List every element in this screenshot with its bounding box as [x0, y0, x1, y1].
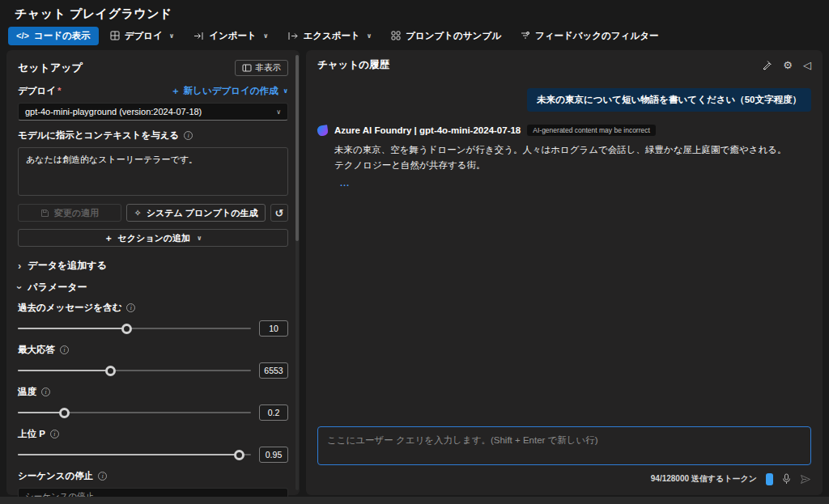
add-section-label: セクションの追加: [117, 232, 190, 244]
microphone-icon[interactable]: [782, 473, 791, 485]
param-value-input[interactable]: [259, 447, 288, 463]
chat-history-title: チャットの履歴: [317, 58, 389, 72]
reset-button[interactable]: ↺: [270, 204, 288, 222]
export-label: エクスポート: [303, 30, 359, 42]
deployment-value: gpt-4o-mini-playground (version:2024-07-…: [25, 107, 202, 116]
chevron-right-icon: ›: [18, 260, 21, 271]
info-icon[interactable]: i: [50, 430, 59, 438]
param-label: 最大応答: [18, 344, 55, 356]
add-section-button[interactable]: ＋ セクションの追加 ∨: [18, 229, 288, 247]
sparkle-icon: ✧: [134, 208, 142, 218]
param-past-messages: 過去のメッセージを含む i: [18, 302, 288, 337]
param-slider[interactable]: [18, 407, 251, 418]
param-slider[interactable]: [18, 323, 251, 334]
generate-prompt-label: システム プロンプトの生成: [147, 207, 258, 219]
token-gauge-icon: [766, 473, 773, 485]
apply-changes-label: 変更の適用: [54, 207, 99, 219]
instructions-label: モデルに指示とコンテキストを与える: [18, 129, 179, 142]
setup-title: セットアップ: [18, 61, 83, 75]
page-title: チャット プレイグラウンド: [15, 6, 172, 22]
clear-chat-icon[interactable]: [762, 60, 772, 70]
send-icon[interactable]: [800, 474, 811, 485]
hide-panel-icon: [242, 64, 252, 72]
setup-scrollbar[interactable]: [295, 55, 299, 490]
prompt-samples-label: プロンプトのサンプル: [406, 30, 501, 42]
slider-thumb[interactable]: [121, 324, 132, 334]
show-code-button[interactable]: </> コードの表示: [8, 27, 99, 45]
export-icon: [287, 32, 298, 40]
new-deployment-label: 新しいデプロイの作成: [184, 85, 278, 97]
slider-thumb[interactable]: [234, 450, 244, 460]
generate-prompt-button[interactable]: ✧ システム プロンプトの生成: [126, 204, 266, 222]
chevron-down-icon: ∨: [367, 32, 372, 40]
assistant-message: 未来の東京、空を舞うドローンが行き交う。人々はホログラムで会話し、緑豊かな屋上庭…: [334, 142, 788, 173]
chevron-down-icon: ∨: [263, 32, 269, 40]
token-count: 94/128000 送信するトークン: [651, 473, 757, 485]
deployment-label: デプロイ*: [18, 85, 62, 97]
speaker-icon[interactable]: ◁: [803, 59, 811, 71]
parameters-section[interactable]: › パラメーター: [18, 281, 288, 294]
feedback-filter-button[interactable]: フィードバックのフィルター: [512, 27, 666, 45]
plus-icon: ＋: [171, 85, 181, 97]
info-icon[interactable]: i: [126, 303, 135, 312]
apply-changes-button[interactable]: 変更の適用: [18, 204, 121, 222]
samples-grid-icon: [391, 31, 401, 40]
system-prompt-textarea[interactable]: [18, 147, 288, 196]
parameters-label: パラメーター: [28, 281, 87, 294]
info-icon[interactable]: i: [184, 131, 193, 140]
param-max-response: 最大応答 i: [18, 344, 288, 379]
code-icon: </>: [16, 31, 29, 40]
hide-setup-button[interactable]: 非表示: [235, 60, 289, 76]
param-top-p: 上位 P i: [18, 428, 288, 463]
grid-plus-icon: [110, 31, 120, 40]
add-data-label: データを追加する: [28, 259, 106, 273]
export-button[interactable]: エクスポート ∨: [279, 27, 380, 45]
import-button[interactable]: インポート ∨: [185, 27, 276, 45]
new-deployment-link[interactable]: ＋ 新しいデプロイの作成 ∨: [171, 85, 288, 97]
chevron-down-icon: ∨: [197, 235, 202, 242]
hide-setup-label: 非表示: [256, 62, 282, 74]
param-label: 過去のメッセージを含む: [18, 302, 121, 314]
plus-icon: ＋: [104, 232, 113, 244]
slider-thumb[interactable]: [105, 366, 116, 376]
info-icon[interactable]: i: [60, 345, 69, 354]
param-label: 温度: [18, 386, 36, 398]
ai-generated-badge: AI-generated content may be incorrect: [527, 125, 656, 136]
info-icon[interactable]: i: [41, 388, 50, 396]
filter-icon: [521, 31, 530, 40]
chat-panel: チャットの履歴 ⚙ ◁ 未来の東京について短い物語を書いてください（50文字程度…: [306, 50, 823, 495]
chat-messages: 未来の東京について短い物語を書いてください（50文字程度） Azure AI F…: [317, 77, 811, 426]
azure-ai-foundry-logo: [317, 125, 329, 137]
param-slider[interactable]: [18, 365, 251, 376]
deployment-select[interactable]: gpt-4o-mini-playground (version:2024-07-…: [18, 103, 288, 121]
assistant-name: Azure AI Foundry | gpt-4o-mini-2024-07-1…: [334, 125, 521, 135]
reset-icon: ↺: [275, 207, 284, 219]
param-value-input[interactable]: [259, 320, 288, 337]
prompt-samples-button[interactable]: プロンプトのサンプル: [383, 27, 509, 45]
param-slider[interactable]: [18, 449, 251, 460]
feedback-filter-label: フィードバックのフィルター: [535, 30, 658, 42]
save-icon: [40, 209, 49, 218]
import-icon: [193, 32, 204, 40]
param-value-input[interactable]: [259, 362, 288, 379]
message-more-button[interactable]: ...: [340, 178, 811, 188]
param-label: 上位 P: [18, 428, 45, 440]
chevron-down-icon: ∨: [276, 108, 281, 116]
add-data-section[interactable]: › データを追加する: [18, 259, 288, 273]
required-asterisk: *: [57, 86, 61, 95]
param-value-input[interactable]: [259, 404, 288, 421]
param-temperature: 温度 i: [18, 386, 288, 421]
toolbar: </> コードの表示 デプロイ ∨ インポート ∨ エクスポート ∨ プロンプト…: [8, 26, 666, 45]
deploy-button[interactable]: デプロイ ∨: [102, 27, 183, 45]
user-message-bubble: 未来の東京について短い物語を書いてください（50文字程度）: [527, 88, 811, 112]
setup-panel: セットアップ 非表示 デプロイ* ＋ 新しいデプロイの作成 ∨ gpt-4o-m…: [6, 50, 300, 495]
slider-thumb[interactable]: [59, 408, 70, 418]
chevron-down-icon: ›: [15, 286, 25, 289]
info-icon[interactable]: i: [98, 472, 107, 481]
user-query-input[interactable]: [317, 426, 811, 465]
bottom-strip: [0, 497, 829, 504]
chevron-down-icon: ∨: [283, 87, 289, 95]
settings-gear-icon[interactable]: ⚙: [783, 59, 793, 71]
stop-sequence-label: シーケンスの停止: [18, 470, 93, 482]
deploy-label: デプロイ: [125, 30, 163, 42]
